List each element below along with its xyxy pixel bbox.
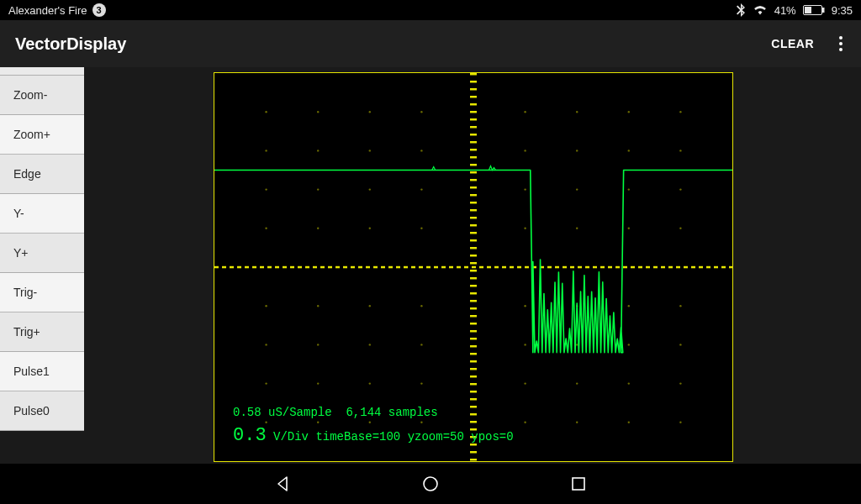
svg-point-63 [679,228,681,229]
svg-rect-173 [623,266,627,269]
sidebar-item-label: Trig- [13,286,37,299]
svg-rect-129 [290,266,294,269]
svg-rect-119 [214,266,219,269]
svg-rect-163 [547,266,552,269]
svg-point-66 [679,111,681,113]
svg-rect-70 [470,96,477,98]
svg-rect-147 [426,266,430,269]
sidebar-item-trig-plus[interactable]: Trig+ [0,312,84,352]
svg-point-32 [420,188,422,190]
svg-rect-72 [470,111,477,113]
scope-frame[interactable]: 0.58 uS/Sample 6,144 samples 0.3 V/Div t… [214,72,733,462]
svg-rect-125 [260,266,264,269]
svg-rect-186 [721,266,726,269]
svg-point-4 [265,382,267,384]
sidebar-item-label: Edge [13,167,41,181]
nav-home-button[interactable] [415,469,446,499]
svg-point-57 [628,150,630,151]
android-status-bar: Alexander's Fire 3 41% 9:35 [0,0,861,20]
sidebar-item-trig-minus[interactable]: Trig- [0,273,84,312]
svg-point-13 [317,344,319,345]
svg-rect-88 [470,232,477,234]
device-name: Alexander's Fire [8,4,87,17]
sidebar-item-pulse0[interactable]: Pulse0 [0,391,84,431]
sidebar-item-edge[interactable]: Edge [0,155,84,194]
sidebar-item-zoom-plus[interactable]: Zoom+ [0,115,84,155]
sidebar-item-zoom-minus[interactable]: Zoom- [0,76,84,115]
svg-rect-98 [470,307,477,310]
svg-rect-89 [470,239,477,242]
svg-point-45 [576,344,578,345]
svg-rect-152 [464,266,468,269]
svg-point-29 [420,344,422,345]
sidebar-item-partial[interactable] [0,67,84,76]
sidebar-item-pulse1[interactable]: Pulse1 [0,352,84,391]
svg-rect-155 [487,266,491,269]
svg-rect-76 [470,141,477,144]
svg-rect-92 [470,262,477,265]
svg-rect-117 [470,451,477,454]
svg-rect-171 [608,266,612,269]
svg-rect-113 [470,421,477,423]
svg-point-20 [369,382,371,384]
svg-point-22 [369,305,371,307]
svg-rect-160 [525,266,529,269]
bluetooth-icon [736,3,746,17]
svg-rect-180 [676,266,680,269]
svg-point-16 [317,188,319,190]
svg-rect-140 [373,266,378,269]
main-area: Zoom- Zoom+ Edge Y- Y+ Trig- Trig+ Pulse… [0,67,861,464]
svg-rect-181 [684,266,688,269]
overflow-menu-icon[interactable] [836,33,846,55]
svg-point-8 [265,188,267,190]
svg-rect-108 [470,383,477,386]
sidebar-item-label: Pulse1 [13,365,50,378]
scope-plot [214,73,732,461]
svg-point-59 [679,422,681,423]
svg-rect-110 [470,398,477,401]
svg-point-56 [628,188,630,190]
svg-rect-189 [573,478,584,490]
svg-point-6 [265,305,267,307]
svg-point-25 [369,150,371,151]
nav-back-button[interactable] [267,469,298,499]
app-bar: VectorDisplay CLEAR [0,20,861,67]
svg-rect-69 [470,88,477,91]
svg-point-64 [679,188,681,190]
svg-rect-185 [714,266,718,269]
svg-rect-159 [517,266,521,269]
sidebar: Zoom- Zoom+ Edge Y- Y+ Trig- Trig+ Pulse… [0,67,84,464]
svg-rect-75 [470,134,477,136]
svg-rect-94 [470,277,477,280]
svg-point-52 [628,382,630,384]
scope-readout-vdiv: 0.3 V/Div timeBase=100 yzoom=50 ypos=0 [233,425,514,446]
svg-point-27 [420,422,422,423]
svg-rect-124 [252,266,256,269]
app-title: VectorDisplay [15,34,126,54]
svg-point-19 [369,422,371,423]
svg-point-62 [679,305,681,307]
svg-rect-106 [470,368,477,370]
nav-recent-button[interactable] [563,469,594,499]
svg-rect-187 [729,266,732,269]
svg-point-10 [265,111,267,113]
clear-button[interactable]: CLEAR [771,37,814,50]
svg-rect-150 [449,266,453,269]
svg-rect-121 [230,266,234,269]
svg-point-3 [265,422,267,423]
svg-rect-96 [470,292,477,295]
battery-percent: 41% [774,4,796,17]
svg-point-5 [265,344,267,345]
vdiv-value: 0.3 [233,425,267,446]
svg-rect-78 [470,156,477,159]
svg-rect-109 [470,391,477,393]
svg-rect-143 [396,266,400,269]
sidebar-item-y-minus[interactable]: Y- [0,194,84,234]
svg-rect-73 [470,118,477,121]
svg-rect-101 [470,330,477,333]
svg-rect-169 [593,266,597,269]
svg-rect-182 [691,266,695,269]
svg-rect-139 [366,266,370,269]
svg-rect-90 [470,247,477,249]
sidebar-item-y-plus[interactable]: Y+ [0,234,84,273]
